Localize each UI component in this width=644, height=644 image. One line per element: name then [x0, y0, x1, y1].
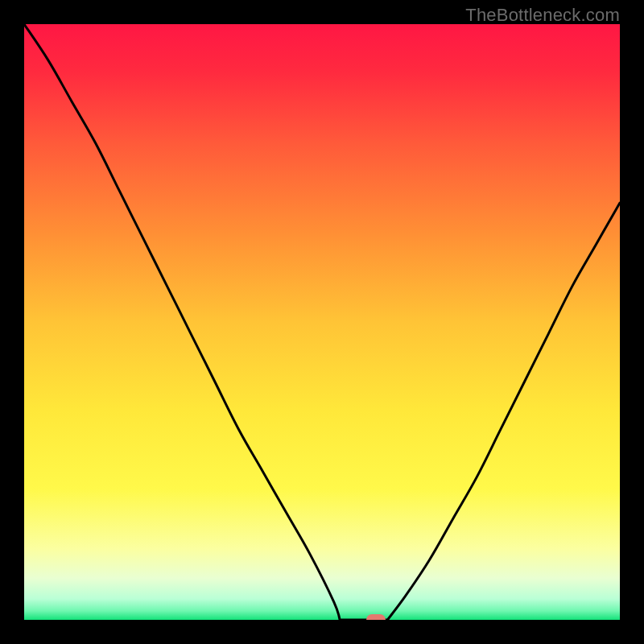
chart-frame: TheBottleneck.com	[0, 0, 644, 644]
watermark-text: TheBottleneck.com	[465, 5, 620, 26]
optimal-marker	[366, 614, 386, 620]
bottleneck-curve	[24, 24, 620, 620]
curve-layer	[24, 24, 620, 620]
plot-area	[24, 24, 620, 620]
